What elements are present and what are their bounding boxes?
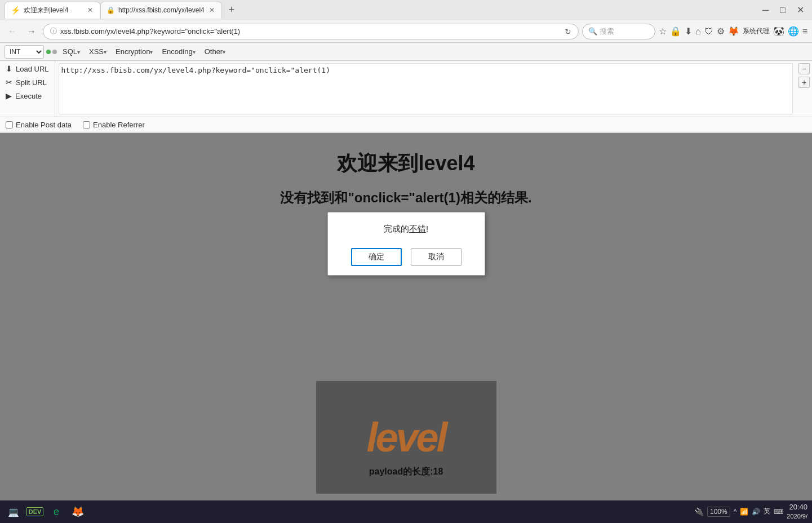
taskbar-time-main: 20:40 <box>787 502 807 512</box>
enc-arrow: ▾ <box>150 49 153 55</box>
tab-2-title: http://xss.fbisb.com/yx/level4 <box>118 6 205 14</box>
sql-arrow: ▾ <box>77 49 80 55</box>
proxy-label[interactable]: 系统代理 <box>743 26 770 36</box>
network-icon: 📶 <box>740 508 748 516</box>
execute-icon: ▶ <box>6 91 12 100</box>
referrer-checkbox[interactable] <box>83 121 90 128</box>
tab-1-icon: ⚡ <box>11 6 20 15</box>
post-data-checkbox-label[interactable]: Enable Post data <box>6 121 72 129</box>
new-tab-button[interactable]: + <box>225 4 238 16</box>
execute-label: Execute <box>15 92 42 100</box>
dialog-msg-part1: 完成的 <box>384 224 409 233</box>
encoding-arrow: ▾ <box>193 49 196 55</box>
minus-button[interactable]: − <box>798 63 810 74</box>
download-icon[interactable]: ⬇ <box>685 26 692 37</box>
load-url-button[interactable]: ⬇ Load URL <box>3 63 51 74</box>
int-select[interactable]: INT STR HEX <box>5 45 44 59</box>
dot-gray <box>52 50 57 54</box>
search-bar[interactable]: 🔍 搜索 <box>582 24 655 39</box>
encryption-menu[interactable]: Encryption▾ <box>112 46 156 57</box>
taskbar-pc-icon[interactable]: 💻 <box>5 503 23 521</box>
main-content: 欢迎来到level4 没有找到和"onclick="alert(1)相关的结果.… <box>0 133 812 500</box>
dialog-message: 完成的不错! <box>339 224 473 234</box>
lock-icon[interactable]: 🔒 <box>670 26 681 37</box>
toolbar: INT STR HEX SQL▾ XSS▾ Encryption▾ Encodi… <box>0 43 812 61</box>
fox-icon[interactable]: 🦊 <box>728 26 739 37</box>
dialog-msg-underline: 不错 <box>409 224 426 233</box>
hack-url-input[interactable] <box>59 63 793 114</box>
post-data-checkbox[interactable] <box>6 121 13 128</box>
menu-icon[interactable]: ≡ <box>802 26 807 37</box>
taskbar: 💻 DEV e 🦊 🔌 100% ^ 📶 🔊 英 ⌨ 20:40 2020/9/ <box>0 500 812 523</box>
toolbar-dots <box>46 50 57 54</box>
page-footer: payload的长度:18 <box>369 466 443 478</box>
taskbar-firefox-icon[interactable]: 🦊 <box>69 503 87 521</box>
minimize-button[interactable]: ─ <box>759 5 772 16</box>
maximize-button[interactable]: □ <box>776 5 789 16</box>
taskbar-ie-icon[interactable]: e <box>47 503 65 521</box>
sql-menu[interactable]: SQL▾ <box>59 46 83 57</box>
encoding-menu[interactable]: Encoding▾ <box>158 46 198 57</box>
page-subtitle: 没有找到和"onclick="alert(1)相关的结果. <box>280 189 531 207</box>
language-label: 英 <box>764 507 770 516</box>
info-icon: ⓘ <box>50 26 57 36</box>
hack-actions: ⬇ Load URL ✂ Split URL ▶ Execute <box>0 61 55 117</box>
window-controls: ─ □ ✕ <box>759 5 807 16</box>
dialog-box: 完成的不错! 确定 取消 <box>327 212 485 276</box>
dialog-cancel-button[interactable]: 取消 <box>411 248 462 266</box>
split-url-button[interactable]: ✂ Split URL <box>3 77 51 88</box>
execute-button[interactable]: ▶ Execute <box>3 90 51 101</box>
close-button[interactable]: ✕ <box>793 5 807 16</box>
battery-label: 100% <box>707 507 730 517</box>
hack-side-buttons: − + <box>796 61 812 117</box>
dev-icon: DEV <box>26 507 44 516</box>
taskbar-right: 🔌 100% ^ 📶 🔊 英 ⌨ 20:40 2020/9/ <box>694 502 807 521</box>
dialog-ok-button[interactable]: 确定 <box>351 248 402 266</box>
split-url-icon: ✂ <box>6 78 12 87</box>
caret-icon: ^ <box>734 508 737 516</box>
ime-icon: ⌨ <box>774 508 783 516</box>
taskbar-dev-icon[interactable]: DEV <box>26 503 44 521</box>
load-url-icon: ⬇ <box>6 64 12 73</box>
refresh-button[interactable]: ↻ <box>565 27 571 36</box>
tab-2[interactable]: 🔒 http://xss.fbisb.com/yx/level4 ✕ <box>100 2 222 19</box>
tab-1-title: 欢迎来到level4 <box>24 6 83 15</box>
sound-icon: 🔊 <box>752 508 760 516</box>
back-button[interactable]: ← <box>5 24 20 39</box>
taskbar-date: 2020/9/ <box>787 512 807 521</box>
address-text: xss.fbisb.com/yx/level4.php?keyword="onc… <box>60 27 561 36</box>
taskbar-time: 20:40 2020/9/ <box>787 502 807 521</box>
xss-menu[interactable]: XSS▾ <box>86 46 110 57</box>
search-placeholder: 搜索 <box>600 26 614 37</box>
home-icon[interactable]: ⌂ <box>695 26 701 37</box>
nav-icons: ☆ 🔒 ⬇ ⌂ 🛡 ⚙ 🦊 系统代理 🐼 🌐 ≡ <box>659 26 807 37</box>
referrer-checkbox-label[interactable]: Enable Referrer <box>83 121 145 129</box>
split-url-label: Split URL <box>16 78 47 87</box>
tab-1[interactable]: ⚡ 欢迎来到level4 ✕ <box>5 2 100 19</box>
taskbar-plug-icon: 🔌 <box>694 507 704 516</box>
forward-button[interactable]: → <box>24 24 39 39</box>
hack-url-area <box>55 61 796 117</box>
nav-bar: ← → ⓘ xss.fbisb.com/yx/level4.php?keywor… <box>0 20 812 43</box>
addon-icon[interactable]: 🐼 <box>773 26 784 37</box>
plus-button[interactable]: + <box>798 77 810 88</box>
bookmark-icon[interactable]: ☆ <box>659 26 667 37</box>
other-menu[interactable]: Other▾ <box>201 46 229 57</box>
xss-arrow: ▾ <box>104 49 107 55</box>
globe-icon[interactable]: 🌐 <box>788 26 799 37</box>
search-icon: 🔍 <box>588 27 597 36</box>
tab-2-close[interactable]: ✕ <box>208 6 216 14</box>
shield-icon[interactable]: 🛡 <box>704 26 713 37</box>
dialog-buttons: 确定 取消 <box>339 248 473 266</box>
firefox-icon: 🦊 <box>72 506 84 518</box>
tools-icon[interactable]: ⚙ <box>717 26 725 37</box>
tab-1-close[interactable]: ✕ <box>86 6 94 14</box>
dot-green <box>46 50 51 54</box>
pc-icon: 💻 <box>8 507 19 517</box>
dialog-overlay: 完成的不错! 确定 取消 <box>327 212 485 276</box>
address-bar[interactable]: ⓘ xss.fbisb.com/yx/level4.php?keyword="o… <box>43 24 579 39</box>
image-watermark: level <box>366 414 445 460</box>
hack-panel: ⬇ Load URL ✂ Split URL ▶ Execute − + <box>0 61 812 117</box>
dialog-msg-part2: ! <box>426 224 428 233</box>
referrer-label: Enable Referrer <box>93 121 145 129</box>
